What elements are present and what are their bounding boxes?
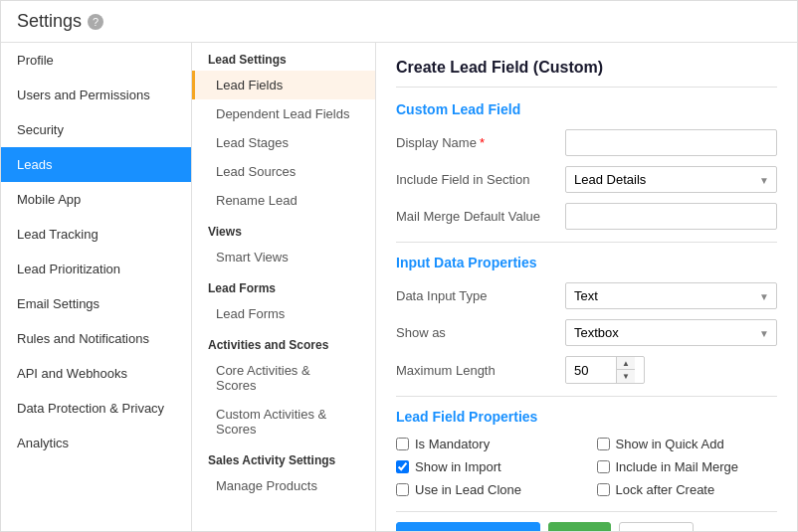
- data-input-type-select[interactable]: Text Number Date: [565, 282, 777, 309]
- max-length-input[interactable]: [566, 358, 616, 383]
- max-length-label: Maximum Length: [396, 363, 565, 378]
- lock-after-create-row: Lock after Create: [597, 482, 778, 497]
- required-star: *: [480, 135, 485, 150]
- sidebar-item-email-settings[interactable]: Email Settings: [1, 286, 191, 321]
- middle-nav: Lead Settings Lead Fields Dependent Lead…: [192, 43, 376, 531]
- middle-item-custom-activities[interactable]: Custom Activities & Scores: [192, 400, 375, 443]
- show-in-import-label: Show in Import: [415, 459, 501, 474]
- input-data-section-title: Input Data Properties: [396, 255, 777, 270]
- middle-item-manage-products[interactable]: Manage Products: [192, 471, 375, 500]
- use-in-lead-clone-row: Use in Lead Clone: [396, 482, 577, 497]
- is-mandatory-label: Is Mandatory: [415, 437, 490, 451]
- show-in-quick-add-checkbox[interactable]: [597, 438, 610, 450]
- show-as-select[interactable]: Textbox Textarea: [565, 319, 777, 346]
- middle-item-dependent-lead-fields[interactable]: Dependent Lead Fields: [192, 99, 375, 128]
- show-as-label: Show as: [396, 325, 565, 340]
- divider-1: [396, 242, 777, 243]
- middle-item-core-activities[interactable]: Core Activities & Scores: [192, 356, 375, 400]
- is-mandatory-checkbox[interactable]: [396, 438, 409, 450]
- page-title: Settings: [17, 11, 82, 32]
- middle-item-lead-fields[interactable]: Lead Fields: [192, 71, 375, 99]
- lead-field-properties-title: Lead Field Properties: [396, 409, 777, 425]
- sidebar-item-rules-notifications[interactable]: Rules and Notifications: [1, 321, 191, 356]
- show-in-import-row: Show in Import: [396, 459, 577, 474]
- is-mandatory-row: Is Mandatory: [396, 437, 577, 451]
- save-button[interactable]: Save: [548, 522, 612, 531]
- middle-section-activities: Activities and Scores: [192, 328, 375, 356]
- show-in-import-checkbox[interactable]: [396, 460, 409, 473]
- spinner-buttons: ▲ ▼: [616, 357, 635, 383]
- use-in-lead-clone-label: Use in Lead Clone: [415, 482, 521, 497]
- checkbox-grid: Is Mandatory Show in Quick Add Show in I…: [396, 437, 777, 497]
- sidebar-item-mobile-app[interactable]: Mobile App: [1, 182, 191, 217]
- middle-section-views: Views: [192, 215, 375, 243]
- spinner-up-button[interactable]: ▲: [617, 357, 635, 370]
- middle-item-lead-stages[interactable]: Lead Stages: [192, 128, 375, 157]
- divider-2: [396, 396, 777, 397]
- middle-section-lead-settings: Lead Settings: [192, 43, 375, 71]
- middle-section-lead-forms: Lead Forms: [192, 271, 375, 299]
- sidebar-item-security[interactable]: Security: [1, 112, 191, 147]
- sidebar-item-leads[interactable]: Leads: [1, 147, 191, 182]
- sidebar-item-users-permissions[interactable]: Users and Permissions: [1, 78, 191, 112]
- show-in-quick-add-row: Show in Quick Add: [597, 437, 778, 451]
- spinner-down-button[interactable]: ▼: [617, 370, 635, 383]
- mail-merge-label: Mail Merge Default Value: [396, 209, 565, 224]
- max-length-wrapper: ▲ ▼: [565, 356, 645, 384]
- custom-lead-field-title: Custom Lead Field: [396, 101, 777, 117]
- display-name-input[interactable]: [565, 129, 777, 156]
- right-panel: Create Lead Field (Custom) Custom Lead F…: [376, 43, 797, 531]
- lock-after-create-label: Lock after Create: [616, 482, 715, 497]
- middle-item-smart-views[interactable]: Smart Views: [192, 243, 375, 271]
- panel-title: Create Lead Field (Custom): [396, 59, 777, 88]
- include-in-mail-merge-label: Include in Mail Merge: [616, 459, 739, 474]
- mail-merge-input[interactable]: [565, 203, 777, 230]
- include-field-select[interactable]: Lead Details Other: [565, 166, 777, 193]
- sidebar-item-lead-tracking[interactable]: Lead Tracking: [1, 217, 191, 252]
- cancel-button[interactable]: Cancel: [619, 522, 693, 531]
- help-icon[interactable]: ?: [88, 14, 103, 30]
- sidebar-item-api-webhooks[interactable]: API and Webhooks: [1, 356, 191, 391]
- middle-item-lead-sources[interactable]: Lead Sources: [192, 157, 375, 186]
- sidebar: Profile Users and Permissions Security L…: [1, 43, 192, 531]
- include-field-label: Include Field in Section: [396, 172, 565, 187]
- middle-item-lead-forms[interactable]: Lead Forms: [192, 299, 375, 328]
- show-in-quick-add-label: Show in Quick Add: [616, 437, 724, 451]
- sidebar-item-analytics[interactable]: Analytics: [1, 426, 191, 460]
- include-mail-merge-row: Include in Mail Merge: [597, 459, 778, 474]
- middle-section-sales-activity: Sales Activity Settings: [192, 443, 375, 471]
- data-input-type-label: Data Input Type: [396, 288, 565, 303]
- lock-after-create-checkbox[interactable]: [597, 483, 610, 496]
- middle-item-rename-lead[interactable]: Rename Lead: [192, 186, 375, 215]
- sidebar-item-lead-prioritization[interactable]: Lead Prioritization: [1, 252, 191, 286]
- save-add-new-button[interactable]: Save and Add New: [396, 522, 540, 531]
- use-in-lead-clone-checkbox[interactable]: [396, 483, 409, 496]
- display-name-label: Display Name*: [396, 135, 565, 150]
- sidebar-item-profile[interactable]: Profile: [1, 43, 191, 78]
- sidebar-item-data-protection[interactable]: Data Protection & Privacy: [1, 391, 191, 426]
- include-in-mail-merge-checkbox[interactable]: [597, 460, 610, 473]
- footer-buttons: Save and Add New Save Cancel: [396, 511, 777, 531]
